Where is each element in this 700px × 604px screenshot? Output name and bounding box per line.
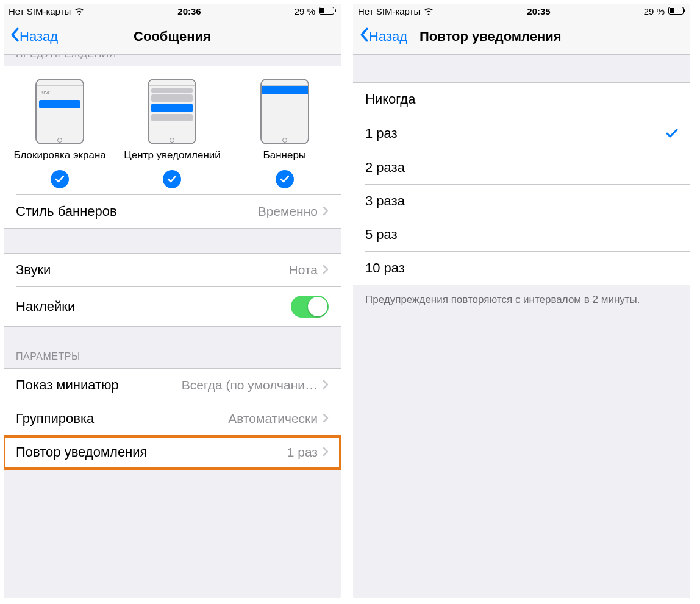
back-button[interactable]: Назад xyxy=(359,27,407,46)
repeat-option-label: 5 раз xyxy=(365,227,678,243)
phone-left: Нет SIM-карты 20:36 29 % Назад Сообщения… xyxy=(4,4,341,598)
back-label: Назад xyxy=(20,29,58,44)
alert-type-banners-label: Баннеры xyxy=(263,149,307,162)
check-icon xyxy=(163,170,181,188)
row-stickers-label: Наклейки xyxy=(16,299,291,314)
repeat-option-label: Никогда xyxy=(365,91,678,107)
svg-rect-5 xyxy=(684,9,685,12)
repeat-option[interactable]: 1 раз xyxy=(353,116,690,151)
status-bar: Нет SIM-карты 20:35 29 % xyxy=(353,4,690,18)
back-label: Назад xyxy=(369,29,407,44)
battery-icon xyxy=(319,6,336,16)
check-icon xyxy=(276,170,294,188)
back-button[interactable]: Назад xyxy=(10,27,58,46)
alert-type-lock-label: Блокировка экрана xyxy=(14,149,106,162)
row-sounds-value: Нота xyxy=(289,263,318,277)
chevron-left-icon xyxy=(10,27,20,46)
chevron-right-icon xyxy=(323,411,329,427)
battery-percent: 29 % xyxy=(295,6,315,16)
row-previews[interactable]: Показ миниатюр Всегда (по умолчани… xyxy=(4,369,341,402)
banner-preview-icon xyxy=(260,79,309,144)
clock-label: 20:36 xyxy=(177,6,201,16)
carrier-label: Нет SIM-карты xyxy=(358,6,420,16)
sounds-group: Звуки Нота Наклейки xyxy=(4,253,341,327)
nav-bar: Назад Повтор уведомления xyxy=(353,18,690,55)
row-sounds-label: Звуки xyxy=(16,262,289,278)
lock-screen-preview-icon: 9:41 xyxy=(35,79,84,144)
alert-type-banners[interactable]: Баннеры xyxy=(229,79,340,188)
page-title: Повтор уведомления xyxy=(420,29,562,44)
row-repeat-value: 1 раз xyxy=(287,445,318,460)
row-stickers: Наклейки xyxy=(4,287,341,326)
repeat-option-label: 2 раза xyxy=(365,160,678,176)
lock-preview-time: 9:41 xyxy=(39,88,80,98)
row-grouping-value: Автоматически xyxy=(228,411,318,426)
notification-center-preview-icon xyxy=(148,79,196,144)
footer-note: Предупреждения повторяются с интервалом … xyxy=(353,285,690,314)
wifi-icon xyxy=(424,6,434,16)
repeat-option-label: 1 раз xyxy=(365,126,666,141)
alert-type-lock[interactable]: 9:41 Блокировка экрана xyxy=(4,79,115,188)
row-repeat-alerts[interactable]: Повтор уведомления 1 раз xyxy=(4,436,341,469)
row-previews-value: Всегда (по умолчани… xyxy=(124,378,318,393)
status-bar: Нет SIM-карты 20:36 29 % xyxy=(4,4,341,18)
row-repeat-label: Повтор уведомления xyxy=(16,444,287,460)
repeat-option[interactable]: 5 раз xyxy=(353,218,690,251)
clock-label: 20:35 xyxy=(527,6,550,16)
chevron-left-icon xyxy=(359,27,369,46)
row-banner-style-value: Временно xyxy=(258,204,318,219)
row-banner-style-label: Стиль баннеров xyxy=(16,204,258,219)
repeat-option[interactable]: Никогда xyxy=(353,83,690,116)
params-group: Показ миниатюр Всегда (по умолчани… Груп… xyxy=(4,368,341,469)
repeat-option[interactable]: 10 раз xyxy=(353,252,690,285)
chevron-right-icon xyxy=(323,204,329,219)
row-sounds[interactable]: Звуки Нота xyxy=(4,254,341,286)
section-header-params: ПАРАМЕТРЫ xyxy=(4,327,341,368)
chevron-right-icon xyxy=(323,377,329,393)
wifi-icon xyxy=(74,6,84,16)
alert-type-center-label: Центр уведомлений xyxy=(124,149,221,162)
battery-icon xyxy=(668,6,685,16)
nav-bar: Назад Сообщения xyxy=(4,18,341,55)
check-icon xyxy=(666,125,678,142)
chevron-right-icon xyxy=(323,262,329,278)
phone-right: Нет SIM-карты 20:35 29 % Назад Повтор ув… xyxy=(353,4,690,598)
chevron-right-icon xyxy=(323,444,329,460)
repeat-option-label: 3 раза xyxy=(365,193,678,209)
row-banner-style[interactable]: Стиль баннеров Временно xyxy=(4,195,341,228)
svg-rect-2 xyxy=(335,9,336,12)
svg-rect-4 xyxy=(670,8,674,13)
page-title: Сообщения xyxy=(134,29,211,44)
svg-rect-1 xyxy=(320,8,324,13)
alert-type-center[interactable]: Центр уведомлений xyxy=(116,79,227,188)
alert-types-group: 9:41 Блокировка экрана xyxy=(4,66,341,229)
row-grouping-label: Группировка xyxy=(16,411,228,427)
repeat-option[interactable]: 3 раза xyxy=(353,185,690,218)
battery-percent: 29 % xyxy=(644,6,665,16)
check-icon xyxy=(51,170,69,188)
carrier-label: Нет SIM-карты xyxy=(9,6,71,16)
repeat-options-group: Никогда1 раз2 раза3 раза5 раз10 раз xyxy=(353,82,690,285)
repeat-option-label: 10 раз xyxy=(365,260,678,276)
row-grouping[interactable]: Группировка Автоматически xyxy=(4,402,341,435)
row-previews-label: Показ миниатюр xyxy=(16,377,119,393)
stickers-toggle[interactable] xyxy=(291,296,329,318)
repeat-option[interactable]: 2 раза xyxy=(353,151,690,184)
